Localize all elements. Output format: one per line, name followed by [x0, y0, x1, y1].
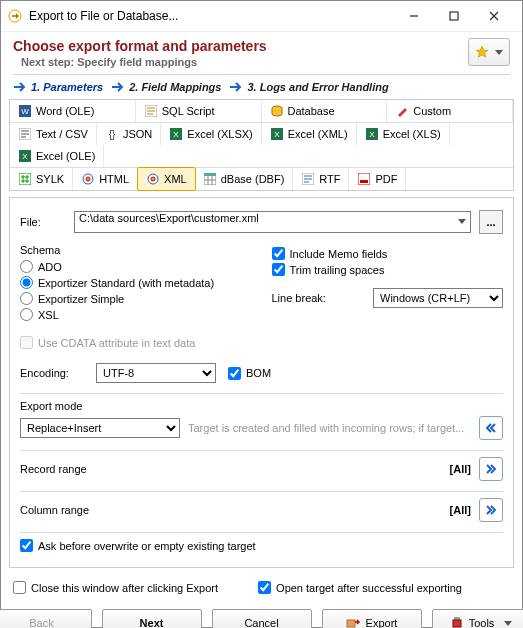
export-button[interactable]: Export	[322, 609, 422, 628]
linebreak-select[interactable]: Windows (CR+LF)	[373, 288, 503, 308]
format-text-csv[interactable]: Text / CSV	[10, 123, 97, 145]
cdata-check: Use CDATA attribute in text data	[20, 336, 503, 349]
maximize-button[interactable]	[434, 2, 474, 30]
format-excel-xls[interactable]: XExcel (XLS)	[357, 123, 450, 145]
window-title: Export to File or Database...	[29, 9, 394, 23]
svg-rect-30	[358, 173, 370, 185]
svg-rect-2	[450, 12, 458, 20]
title-bar: Export to File or Database...	[1, 1, 522, 32]
json-icon: {}	[105, 127, 119, 141]
close-after-export-check[interactable]: Close this window after clicking Export	[13, 581, 218, 594]
file-label: File:	[20, 216, 68, 228]
page-heading: Choose export format and parameters	[13, 38, 267, 54]
database-icon	[270, 104, 284, 118]
format-json[interactable]: {}JSON	[97, 123, 161, 145]
column-range-value: [All]	[450, 504, 471, 516]
export-mode-expand-button[interactable]	[479, 416, 503, 440]
format-sql-script[interactable]: SQL Script	[136, 100, 262, 122]
svg-rect-34	[453, 620, 461, 627]
export-icon	[346, 616, 360, 628]
next-button[interactable]: Next	[102, 609, 202, 628]
rtf-icon	[301, 172, 315, 186]
tools-button[interactable]: Tools	[432, 609, 524, 628]
format-excel-xlsx[interactable]: XExcel (XLSX)	[161, 123, 261, 145]
record-range-value: [All]	[450, 463, 471, 475]
pencil-icon	[395, 104, 409, 118]
svg-rect-31	[360, 180, 368, 183]
arrow-right-icon	[13, 81, 27, 93]
schema-group-label: Schema	[20, 244, 252, 256]
close-button[interactable]	[474, 2, 514, 30]
html-icon	[81, 172, 95, 186]
schema-xsl-radio[interactable]: XSL	[20, 308, 252, 321]
export-mode-label: Export mode	[20, 400, 503, 412]
chevron-down-icon	[495, 50, 503, 55]
ask-overwrite-check[interactable]: Ask before overwrite or empty existing t…	[20, 539, 503, 552]
svg-text:X: X	[369, 130, 375, 139]
svg-text:X: X	[274, 130, 280, 139]
step-field-mappings[interactable]: 2. Field Mappings	[111, 81, 221, 93]
tools-icon	[451, 616, 463, 628]
export-mode-description: Target is created and filled with incomi…	[188, 422, 471, 434]
file-path-combo[interactable]: C:\data sources\Export\customer.xml	[74, 211, 471, 233]
next-step-hint: Next step: Specify field mappings	[21, 56, 267, 68]
format-rtf[interactable]: RTF	[293, 168, 349, 190]
svg-text:{}: {}	[109, 129, 116, 140]
browse-button[interactable]: ...	[479, 210, 503, 234]
arrow-right-icon	[111, 81, 125, 93]
format-database[interactable]: Database	[262, 100, 388, 122]
include-memo-check[interactable]: Include Memo fields	[272, 247, 504, 260]
format-sylk[interactable]: SYLK	[10, 168, 73, 190]
trim-trailing-check[interactable]: Trim trailing spaces	[272, 263, 504, 276]
record-range-expand-button[interactable]	[479, 457, 503, 481]
app-icon	[7, 8, 23, 24]
encoding-label: Encoding:	[20, 367, 90, 379]
minimize-button[interactable]	[394, 2, 434, 30]
step-logs-errors[interactable]: 3. Logs and Error Handling	[229, 81, 388, 93]
favorites-button[interactable]	[468, 38, 510, 66]
format-xml[interactable]: XML	[137, 167, 196, 191]
back-button: Back	[0, 609, 92, 628]
svg-text:X: X	[22, 152, 28, 161]
chevron-down-icon	[504, 621, 512, 626]
column-range-expand-button[interactable]	[479, 498, 503, 522]
column-range-label: Column range	[20, 504, 89, 516]
xml-icon	[146, 172, 160, 186]
schema-simple-radio[interactable]: Exportizer Simple	[20, 292, 252, 305]
wizard-steps: 1. Parameters 2. Field Mappings 3. Logs …	[1, 79, 522, 99]
table-icon	[203, 172, 217, 186]
export-mode-select[interactable]: Replace+Insert	[20, 418, 180, 438]
format-custom[interactable]: Custom	[387, 100, 513, 122]
excel-icon: X	[270, 127, 284, 141]
encoding-select[interactable]: UTF-8	[96, 363, 216, 383]
format-html[interactable]: HTML	[73, 168, 138, 190]
svg-rect-32	[347, 620, 355, 627]
parameters-panel: File: C:\data sources\Export\customer.xm…	[9, 197, 514, 568]
svg-text:W: W	[21, 107, 29, 116]
pdf-icon	[357, 172, 371, 186]
format-excel-ole[interactable]: XExcel (OLE)	[10, 145, 104, 167]
schema-standard-radio[interactable]: Exportizer Standard (with metadata)	[20, 276, 252, 289]
word-icon: W	[18, 104, 32, 118]
schema-ado-radio[interactable]: ADO	[20, 260, 252, 273]
step-parameters[interactable]: 1. Parameters	[13, 81, 103, 93]
format-pdf[interactable]: PDF	[349, 168, 406, 190]
svg-point-23	[87, 178, 89, 180]
svg-point-26	[152, 178, 154, 180]
format-word-ole[interactable]: WWord (OLE)	[10, 100, 136, 122]
format-dbase[interactable]: dBase (DBF)	[195, 168, 294, 190]
svg-rect-20	[19, 173, 31, 185]
sql-icon	[144, 104, 158, 118]
arrow-right-icon	[229, 81, 243, 93]
cancel-button[interactable]: Cancel	[212, 609, 312, 628]
format-excel-xml[interactable]: XExcel (XML)	[262, 123, 357, 145]
format-selector: WWord (OLE) SQL Script Database Custom T…	[9, 99, 514, 191]
bom-check[interactable]: BOM	[228, 367, 271, 380]
svg-marker-5	[476, 46, 488, 57]
linebreak-label: Line break:	[272, 292, 326, 304]
excel-icon: X	[18, 149, 32, 163]
excel-icon: X	[365, 127, 379, 141]
text-icon	[18, 127, 32, 141]
excel-icon: X	[169, 127, 183, 141]
open-target-after-check[interactable]: Open target after successful exporting	[258, 581, 462, 594]
